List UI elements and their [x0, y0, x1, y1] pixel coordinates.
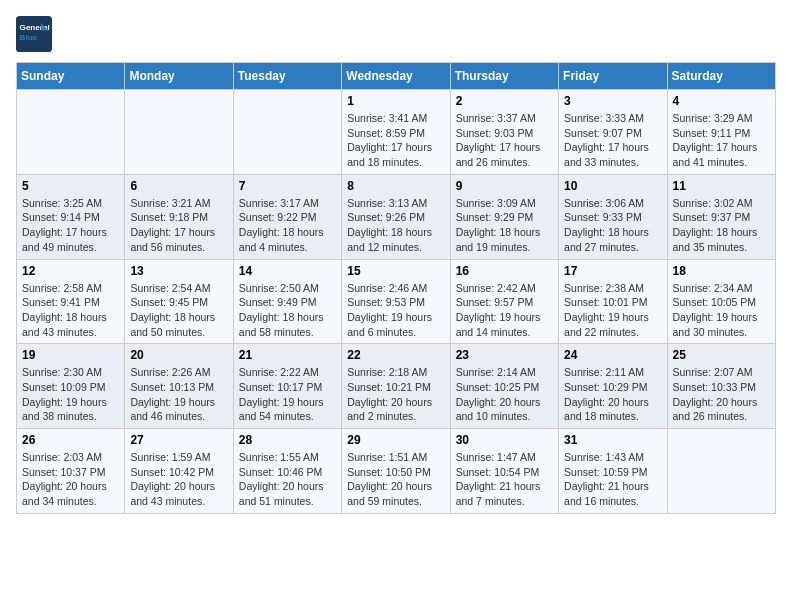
calendar-cell: 12Sunrise: 2:58 AM Sunset: 9:41 PM Dayli…	[17, 259, 125, 344]
calendar-cell: 22Sunrise: 2:18 AM Sunset: 10:21 PM Dayl…	[342, 344, 450, 429]
calendar-cell: 19Sunrise: 2:30 AM Sunset: 10:09 PM Dayl…	[17, 344, 125, 429]
day-detail: Sunrise: 2:42 AM Sunset: 9:57 PM Dayligh…	[456, 281, 553, 340]
logo-icon: General Blue	[16, 16, 52, 52]
day-detail: Sunrise: 2:11 AM Sunset: 10:29 PM Daylig…	[564, 365, 661, 424]
calendar-header-row: SundayMondayTuesdayWednesdayThursdayFrid…	[17, 63, 776, 90]
calendar-cell: 26Sunrise: 2:03 AM Sunset: 10:37 PM Dayl…	[17, 429, 125, 514]
calendar-cell: 15Sunrise: 2:46 AM Sunset: 9:53 PM Dayli…	[342, 259, 450, 344]
calendar-cell: 29Sunrise: 1:51 AM Sunset: 10:50 PM Dayl…	[342, 429, 450, 514]
col-header-sunday: Sunday	[17, 63, 125, 90]
day-detail: Sunrise: 3:09 AM Sunset: 9:29 PM Dayligh…	[456, 196, 553, 255]
col-header-monday: Monday	[125, 63, 233, 90]
day-number: 30	[456, 433, 553, 447]
day-number: 20	[130, 348, 227, 362]
page-header: General Blue	[16, 16, 776, 52]
day-number: 14	[239, 264, 336, 278]
calendar-cell	[667, 429, 775, 514]
day-number: 9	[456, 179, 553, 193]
calendar-cell: 24Sunrise: 2:11 AM Sunset: 10:29 PM Dayl…	[559, 344, 667, 429]
logo: General Blue	[16, 16, 58, 52]
calendar-cell: 11Sunrise: 3:02 AM Sunset: 9:37 PM Dayli…	[667, 174, 775, 259]
calendar-cell: 21Sunrise: 2:22 AM Sunset: 10:17 PM Dayl…	[233, 344, 341, 429]
calendar-cell: 4Sunrise: 3:29 AM Sunset: 9:11 PM Daylig…	[667, 90, 775, 175]
col-header-wednesday: Wednesday	[342, 63, 450, 90]
day-number: 16	[456, 264, 553, 278]
day-detail: Sunrise: 3:17 AM Sunset: 9:22 PM Dayligh…	[239, 196, 336, 255]
day-number: 19	[22, 348, 119, 362]
day-number: 4	[673, 94, 770, 108]
day-number: 26	[22, 433, 119, 447]
day-detail: Sunrise: 1:51 AM Sunset: 10:50 PM Daylig…	[347, 450, 444, 509]
day-detail: Sunrise: 1:59 AM Sunset: 10:42 PM Daylig…	[130, 450, 227, 509]
day-detail: Sunrise: 1:47 AM Sunset: 10:54 PM Daylig…	[456, 450, 553, 509]
calendar-week-row: 19Sunrise: 2:30 AM Sunset: 10:09 PM Dayl…	[17, 344, 776, 429]
col-header-thursday: Thursday	[450, 63, 558, 90]
day-detail: Sunrise: 2:50 AM Sunset: 9:49 PM Dayligh…	[239, 281, 336, 340]
col-header-friday: Friday	[559, 63, 667, 90]
day-detail: Sunrise: 2:22 AM Sunset: 10:17 PM Daylig…	[239, 365, 336, 424]
calendar-cell: 17Sunrise: 2:38 AM Sunset: 10:01 PM Dayl…	[559, 259, 667, 344]
calendar-table: SundayMondayTuesdayWednesdayThursdayFrid…	[16, 62, 776, 514]
day-number: 21	[239, 348, 336, 362]
day-detail: Sunrise: 2:18 AM Sunset: 10:21 PM Daylig…	[347, 365, 444, 424]
calendar-cell: 3Sunrise: 3:33 AM Sunset: 9:07 PM Daylig…	[559, 90, 667, 175]
calendar-cell: 7Sunrise: 3:17 AM Sunset: 9:22 PM Daylig…	[233, 174, 341, 259]
day-detail: Sunrise: 2:07 AM Sunset: 10:33 PM Daylig…	[673, 365, 770, 424]
calendar-week-row: 5Sunrise: 3:25 AM Sunset: 9:14 PM Daylig…	[17, 174, 776, 259]
calendar-cell	[233, 90, 341, 175]
calendar-cell: 20Sunrise: 2:26 AM Sunset: 10:13 PM Dayl…	[125, 344, 233, 429]
calendar-cell: 14Sunrise: 2:50 AM Sunset: 9:49 PM Dayli…	[233, 259, 341, 344]
calendar-cell: 10Sunrise: 3:06 AM Sunset: 9:33 PM Dayli…	[559, 174, 667, 259]
day-number: 31	[564, 433, 661, 447]
calendar-cell: 1Sunrise: 3:41 AM Sunset: 8:59 PM Daylig…	[342, 90, 450, 175]
calendar-cell: 9Sunrise: 3:09 AM Sunset: 9:29 PM Daylig…	[450, 174, 558, 259]
day-detail: Sunrise: 2:26 AM Sunset: 10:13 PM Daylig…	[130, 365, 227, 424]
day-detail: Sunrise: 1:55 AM Sunset: 10:46 PM Daylig…	[239, 450, 336, 509]
day-number: 10	[564, 179, 661, 193]
day-number: 28	[239, 433, 336, 447]
calendar-cell	[125, 90, 233, 175]
calendar-cell: 30Sunrise: 1:47 AM Sunset: 10:54 PM Dayl…	[450, 429, 558, 514]
day-number: 24	[564, 348, 661, 362]
day-number: 18	[673, 264, 770, 278]
day-detail: Sunrise: 2:46 AM Sunset: 9:53 PM Dayligh…	[347, 281, 444, 340]
calendar-cell: 27Sunrise: 1:59 AM Sunset: 10:42 PM Dayl…	[125, 429, 233, 514]
day-number: 25	[673, 348, 770, 362]
col-header-saturday: Saturday	[667, 63, 775, 90]
calendar-cell	[17, 90, 125, 175]
day-detail: Sunrise: 3:13 AM Sunset: 9:26 PM Dayligh…	[347, 196, 444, 255]
calendar-week-row: 26Sunrise: 2:03 AM Sunset: 10:37 PM Dayl…	[17, 429, 776, 514]
day-number: 3	[564, 94, 661, 108]
day-number: 13	[130, 264, 227, 278]
day-number: 23	[456, 348, 553, 362]
day-detail: Sunrise: 3:21 AM Sunset: 9:18 PM Dayligh…	[130, 196, 227, 255]
calendar-cell: 23Sunrise: 2:14 AM Sunset: 10:25 PM Dayl…	[450, 344, 558, 429]
day-number: 6	[130, 179, 227, 193]
day-number: 22	[347, 348, 444, 362]
calendar-cell: 18Sunrise: 2:34 AM Sunset: 10:05 PM Dayl…	[667, 259, 775, 344]
day-detail: Sunrise: 2:34 AM Sunset: 10:05 PM Daylig…	[673, 281, 770, 340]
day-detail: Sunrise: 2:14 AM Sunset: 10:25 PM Daylig…	[456, 365, 553, 424]
day-detail: Sunrise: 3:06 AM Sunset: 9:33 PM Dayligh…	[564, 196, 661, 255]
calendar-cell: 25Sunrise: 2:07 AM Sunset: 10:33 PM Dayl…	[667, 344, 775, 429]
day-detail: Sunrise: 3:33 AM Sunset: 9:07 PM Dayligh…	[564, 111, 661, 170]
calendar-cell: 31Sunrise: 1:43 AM Sunset: 10:59 PM Dayl…	[559, 429, 667, 514]
calendar-cell: 16Sunrise: 2:42 AM Sunset: 9:57 PM Dayli…	[450, 259, 558, 344]
day-detail: Sunrise: 2:54 AM Sunset: 9:45 PM Dayligh…	[130, 281, 227, 340]
calendar-cell: 13Sunrise: 2:54 AM Sunset: 9:45 PM Dayli…	[125, 259, 233, 344]
day-detail: Sunrise: 3:41 AM Sunset: 8:59 PM Dayligh…	[347, 111, 444, 170]
calendar-cell: 6Sunrise: 3:21 AM Sunset: 9:18 PM Daylig…	[125, 174, 233, 259]
day-detail: Sunrise: 3:25 AM Sunset: 9:14 PM Dayligh…	[22, 196, 119, 255]
calendar-cell: 8Sunrise: 3:13 AM Sunset: 9:26 PM Daylig…	[342, 174, 450, 259]
day-detail: Sunrise: 2:58 AM Sunset: 9:41 PM Dayligh…	[22, 281, 119, 340]
day-number: 1	[347, 94, 444, 108]
day-detail: Sunrise: 1:43 AM Sunset: 10:59 PM Daylig…	[564, 450, 661, 509]
day-detail: Sunrise: 3:29 AM Sunset: 9:11 PM Dayligh…	[673, 111, 770, 170]
day-number: 12	[22, 264, 119, 278]
day-detail: Sunrise: 3:37 AM Sunset: 9:03 PM Dayligh…	[456, 111, 553, 170]
calendar-week-row: 12Sunrise: 2:58 AM Sunset: 9:41 PM Dayli…	[17, 259, 776, 344]
day-number: 27	[130, 433, 227, 447]
day-number: 17	[564, 264, 661, 278]
day-number: 11	[673, 179, 770, 193]
day-detail: Sunrise: 2:03 AM Sunset: 10:37 PM Daylig…	[22, 450, 119, 509]
